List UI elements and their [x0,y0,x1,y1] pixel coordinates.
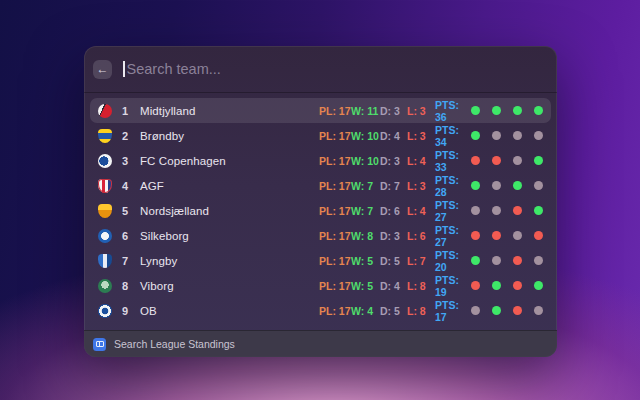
team-rank: 8 [119,280,131,292]
team-name: Brøndby [140,130,184,142]
stat-points: PTS: 27 [435,199,471,223]
stat-played: PL: 17 [319,305,351,317]
form-dot-win [513,106,522,115]
stat-wins: W: 7 [351,205,380,217]
stat-points: PTS: 36 [435,99,471,123]
form-dot-loss [492,231,501,240]
team-row[interactable]: 9 OB PL: 17 W: 4 D: 5 L: 8 PTS: 17 [90,298,551,323]
form-dots [471,106,543,115]
form-dot-win [471,181,480,190]
stat-losses: L: 3 [407,105,435,117]
standings-list: 1 Midtjylland PL: 17 W: 11 D: 3 L: 3 PTS… [84,93,557,330]
stat-wins: W: 10 [351,155,380,167]
team-badge-icon [98,104,112,118]
stat-draws: D: 7 [380,180,407,192]
form-dots [471,231,543,240]
form-dots [471,306,543,315]
stat-wins: W: 11 [351,105,380,117]
stat-played: PL: 17 [319,280,351,292]
form-dot-loss [471,231,480,240]
team-stats: PL: 17 W: 7 D: 6 L: 4 PTS: 27 [319,199,471,223]
form-dot-draw [492,256,501,265]
form-dot-draw [534,306,543,315]
form-dot-win [534,106,543,115]
team-stats: PL: 17 W: 7 D: 7 L: 3 PTS: 28 [319,174,471,198]
team-badge-icon [98,254,112,268]
stat-losses: L: 4 [407,205,435,217]
form-dots [471,256,543,265]
form-dot-loss [471,281,480,290]
stat-played: PL: 17 [319,230,351,242]
team-stats: PL: 17 W: 10 D: 3 L: 4 PTS: 33 [319,149,471,173]
form-dot-loss [534,231,543,240]
team-stats: PL: 17 W: 8 D: 3 L: 6 PTS: 27 [319,224,471,248]
search-window: ← 1 Midtjylland PL: 17 W: 11 D: 3 L: 3 P… [84,46,557,357]
team-name: Midtjylland [140,105,195,117]
form-dot-win [471,131,480,140]
form-dot-win [492,106,501,115]
form-dot-win [471,106,480,115]
team-row[interactable]: 4 AGF PL: 17 W: 7 D: 7 L: 3 PTS: 28 [90,173,551,198]
form-dot-draw [492,181,501,190]
team-name: FC Copenhagen [140,155,226,167]
form-dot-draw [471,206,480,215]
form-dot-draw [513,231,522,240]
stat-losses: L: 7 [407,255,435,267]
stat-played: PL: 17 [319,205,351,217]
team-name: Silkeborg [140,230,189,242]
team-badge-icon [98,154,112,168]
team-rank: 9 [119,305,131,317]
team-name: Lyngby [140,255,177,267]
team-row[interactable]: 6 Silkeborg PL: 17 W: 8 D: 3 L: 6 PTS: 2… [90,223,551,248]
form-dot-loss [513,256,522,265]
form-dots [471,131,543,140]
search-bar: ← [84,46,557,93]
stat-losses: L: 8 [407,280,435,292]
stat-draws: D: 3 [380,105,407,117]
stat-wins: W: 7 [351,180,380,192]
stat-points: PTS: 17 [435,299,471,323]
form-dots [471,206,543,215]
team-stats: PL: 17 W: 10 D: 4 L: 3 PTS: 34 [319,124,471,148]
team-row[interactable]: 1 Midtjylland PL: 17 W: 11 D: 3 L: 3 PTS… [90,98,551,123]
form-dot-draw [513,156,522,165]
stat-points: PTS: 19 [435,274,471,298]
team-badge-icon [98,129,112,143]
form-dot-draw [513,131,522,140]
stat-wins: W: 4 [351,305,380,317]
stat-points: PTS: 28 [435,174,471,198]
form-dot-loss [513,206,522,215]
stat-wins: W: 10 [351,130,380,142]
team-row[interactable]: 5 Nordsjælland PL: 17 W: 7 D: 6 L: 4 PTS… [90,198,551,223]
form-dot-win [534,206,543,215]
form-dot-draw [471,306,480,315]
team-badge-icon [98,229,112,243]
form-dots [471,156,543,165]
stat-draws: D: 3 [380,230,407,242]
team-rank: 2 [119,130,131,142]
form-dot-win [492,306,501,315]
back-arrow-icon: ← [97,63,109,75]
stat-draws: D: 3 [380,155,407,167]
team-row[interactable]: 2 Brøndby PL: 17 W: 10 D: 4 L: 3 PTS: 34 [90,123,551,148]
search-input[interactable] [127,61,549,77]
stat-points: PTS: 34 [435,124,471,148]
team-row[interactable]: 3 FC Copenhagen PL: 17 W: 10 D: 3 L: 4 P… [90,148,551,173]
stat-played: PL: 17 [319,130,351,142]
form-dot-loss [471,156,480,165]
stat-draws: D: 5 [380,305,407,317]
stat-losses: L: 3 [407,180,435,192]
stat-losses: L: 6 [407,230,435,242]
form-dot-loss [492,156,501,165]
team-row[interactable]: 8 Viborg PL: 17 W: 5 D: 4 L: 8 PTS: 19 [90,273,551,298]
team-row[interactable]: 7 Lyngby PL: 17 W: 5 D: 5 L: 7 PTS: 20 [90,248,551,273]
stat-points: PTS: 33 [435,149,471,173]
team-badge-icon [98,304,112,318]
team-rank: 1 [119,105,131,117]
team-rank: 6 [119,230,131,242]
team-stats: PL: 17 W: 4 D: 5 L: 8 PTS: 17 [319,299,471,323]
stat-draws: D: 4 [380,280,407,292]
back-button[interactable]: ← [93,60,112,79]
team-badge-icon [98,179,112,193]
team-rank: 5 [119,205,131,217]
